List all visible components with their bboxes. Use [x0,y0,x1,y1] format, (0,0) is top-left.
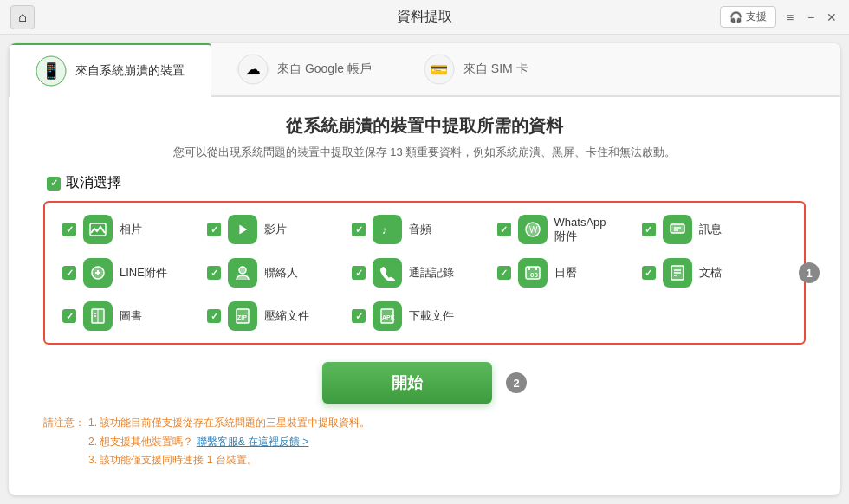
item-checkbox-video[interactable] [207,223,221,236]
list-item: 圖書 [62,301,207,331]
tab-google-label: 來自 Google 帳戶 [277,61,372,77]
item-checkbox-whatsapp[interactable] [497,223,511,236]
item-label-message: 訊息 [699,222,722,237]
notes-content: 1. 該功能目前僅支援從存在系統問題的三星裝置中提取資料。 2. 想支援其他裝置… [88,414,370,470]
list-item: LINE附件 [62,258,207,288]
item-checkbox-apk[interactable] [352,309,366,323]
item-checkbox-calendar[interactable] [497,266,511,280]
document-icon [663,258,692,288]
tab-sim-card[interactable]: 💳 來自 SIM 卡 [398,43,554,95]
calendar-icon: 03 [518,258,548,288]
title-bar-left: ⌂ [10,5,35,29]
item-label-apk: 下載文件 [409,308,454,324]
list-item: APK 下載文件 [352,301,496,331]
item-label-photo: 相片 [120,222,142,237]
start-row: 開始 2 [43,362,806,404]
tab-bar: 📱 來自系統崩潰的裝置 ☁ 來自 Google 帳戶 💳 來自 SIM 卡 [9,43,840,97]
item-label-document: 文檔 [699,265,722,281]
item-label-whatsapp: WhatsApp附件 [554,216,606,244]
main-title: 從系統崩潰的裝置中提取所需的資料 [43,114,806,138]
svg-marker-7 [240,225,248,235]
zip-icon: ZIP [228,301,257,331]
page-title-bar: 資料提取 [397,8,452,26]
svg-text:💳: 💳 [431,61,448,78]
svg-text:APK: APK [382,314,395,320]
item-label-book: 圖書 [120,308,142,324]
note-line-3: 3. 該功能僅支援同時連接 1 台裝置。 [88,451,370,470]
item-checkbox-audio[interactable] [352,223,366,236]
menu-button[interactable]: ≡ [783,10,797,24]
audio-icon: ♪ [373,215,402,244]
close-button[interactable]: ✕ [825,10,839,24]
crashed-device-icon: 📱 [36,55,67,87]
support-button[interactable]: 🎧 支援 [720,6,776,28]
notes-link[interactable]: 聯繫客服& 在這裡反饋 > [197,436,309,448]
headset-icon: 🎧 [729,11,742,23]
item-label-video: 影片 [264,222,287,237]
note-line-1: 1. 該功能目前僅支援從存在系統問題的三星裝置中提取資料。 [88,414,370,433]
item-label-contact: 聯絡人 [264,265,298,281]
main-container: 📱 來自系統崩潰的裝置 ☁ 來自 Google 帳戶 💳 來自 SIM 卡 從系… [9,43,840,495]
list-item: 03 日曆 [497,258,642,288]
minimize-button[interactable]: − [804,10,818,24]
list-item: 相片 [62,215,207,244]
select-all-label: 取消選擇 [66,174,121,192]
content-area: 從系統崩潰的裝置中提取所需的資料 您可以從出現系統問題的裝置中提取並保存 13 … [9,97,840,488]
svg-rect-11 [671,224,684,233]
tab-crashed-label: 來自系統崩潰的裝置 [75,63,185,79]
empty-cell [642,301,787,331]
item-checkbox-photo[interactable] [62,223,76,236]
step1-badge: 1 [799,262,820,283]
note-line-2: 2. 想支援其他裝置嗎？ 聯繫客服& 在這裡反饋 > [88,433,370,452]
select-all-checkbox[interactable] [47,177,61,191]
step2-badge: 2 [506,372,527,393]
tab-google-account[interactable]: ☁ 來自 Google 帳戶 [211,43,398,95]
sim-icon: 💳 [424,54,455,85]
photo-icon [83,215,113,244]
call-icon [373,258,402,288]
apk-icon: APK [373,301,402,331]
home-icon: ⌂ [18,10,27,25]
items-grid: 相片 影片 ♪ 音頻 [62,215,787,331]
list-item: 通話記錄 [352,258,496,288]
tab-sim-label: 來自 SIM 卡 [463,61,528,77]
list-item: ♪ 音頻 [352,215,496,244]
line-icon [83,258,113,288]
empty-cell [497,301,642,331]
item-checkbox-book[interactable] [62,309,76,323]
item-checkbox-document[interactable] [642,266,656,280]
list-item: 訊息 [642,215,787,244]
svg-text:W: W [529,225,538,235]
svg-text:03: 03 [530,271,538,279]
svg-text:♪: ♪ [382,224,387,236]
item-checkbox-zip[interactable] [207,309,221,323]
title-bar: ⌂ 資料提取 🎧 支援 ≡ − ✕ [0,0,849,35]
list-item: 文檔 [642,258,787,288]
list-item: 影片 [207,215,352,244]
item-label-audio: 音頻 [409,222,431,237]
item-checkbox-line[interactable] [62,266,76,280]
item-checkbox-call[interactable] [352,266,366,280]
item-checkbox-message[interactable] [642,223,656,236]
item-label-line: LINE附件 [120,265,167,281]
item-label-call: 通話記錄 [409,265,454,281]
select-all-row: 取消選擇 [43,174,806,192]
start-button[interactable]: 開始 [322,362,492,404]
main-description: 您可以從出現系統問題的裝置中提取並保存 13 類重要資料，例如系統崩潰、黑屏、卡… [43,145,806,160]
svg-text:☁: ☁ [245,61,261,78]
contact-icon [228,258,257,288]
notes-section: 請注意： 1. 該功能目前僅支援從存在系統問題的三星裝置中提取資料。 2. 想支… [43,414,806,470]
item-checkbox-contact[interactable] [207,266,221,280]
tab-crashed-device[interactable]: 📱 來自系統崩潰的裝置 [9,43,211,97]
item-label-zip: 壓縮文件 [264,308,309,324]
video-icon [228,215,257,244]
item-label-calendar: 日曆 [554,265,577,281]
list-item: 聯絡人 [207,258,352,288]
list-item: ZIP 壓縮文件 [207,301,352,331]
home-button[interactable]: ⌂ [10,5,35,29]
book-icon [83,301,113,331]
svg-text:ZIP: ZIP [237,314,247,320]
items-box: 相片 影片 ♪ 音頻 [43,201,806,345]
svg-text:📱: 📱 [42,61,62,81]
svg-point-17 [239,267,246,274]
